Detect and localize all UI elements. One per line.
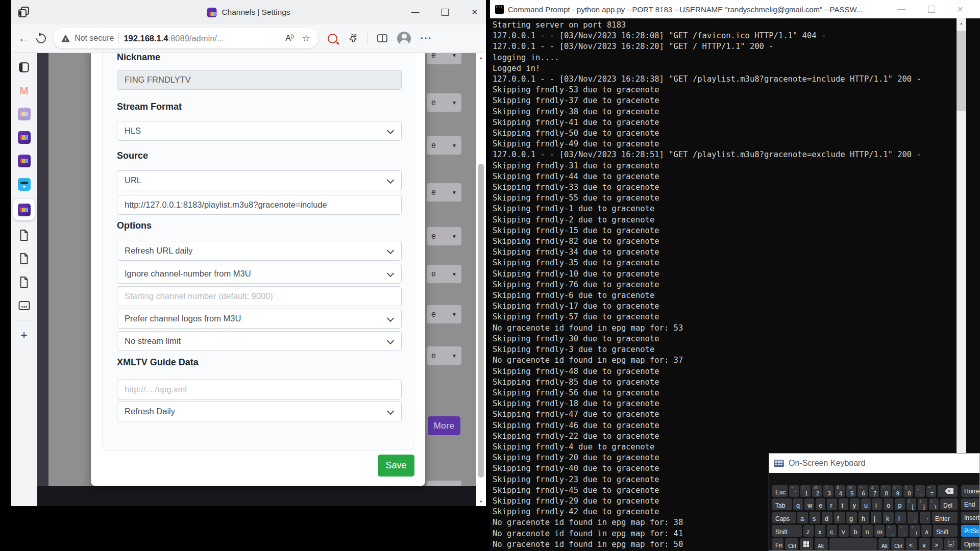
key-a[interactable]: a	[797, 512, 808, 523]
tab-gmail[interactable]: M	[14, 82, 34, 99]
key-'[interactable]: "'	[920, 512, 930, 523]
key-esc[interactable]: Esc	[772, 485, 788, 497]
key-s[interactable]: s	[810, 512, 820, 523]
refresh-url-select[interactable]: Refresh URL daily	[117, 241, 402, 261]
terminal-maximize-button[interactable]	[928, 6, 935, 13]
key-fn[interactable]: Fn	[772, 538, 783, 550]
key-`[interactable]: ~`	[789, 485, 799, 497]
tab-channels-dimmed[interactable]	[14, 105, 34, 123]
key-2[interactable]: @2	[812, 485, 822, 497]
key-tab[interactable]: Tab	[772, 498, 792, 510]
key-7[interactable]: &7	[869, 485, 879, 497]
minimize-button[interactable]: —	[411, 8, 419, 17]
save-button[interactable]: Save	[378, 455, 414, 477]
terminal-minimize-button[interactable]: —	[898, 5, 906, 14]
key-y[interactable]: y	[850, 498, 860, 510]
stream-limit-select[interactable]: No stream limit	[117, 331, 402, 351]
key-1[interactable]: !1	[800, 485, 810, 497]
key-m[interactable]: m	[874, 525, 885, 537]
key-v[interactable]: v	[839, 525, 849, 537]
page-scrollbar[interactable]: ▲ ▼	[476, 53, 486, 506]
browser-menu-icon[interactable]: ···	[421, 33, 432, 43]
tab-frndly[interactable]	[14, 176, 34, 193]
key-end[interactable]: End	[961, 498, 980, 510]
key-alt[interactable]: Alt	[878, 538, 890, 550]
channel-number-select[interactable]: Ignore channel-number from M3U	[117, 264, 402, 284]
key-d[interactable]: d	[822, 512, 832, 523]
key-0[interactable]: )0	[903, 485, 913, 497]
terminal-scroll-up-icon[interactable]: ▲	[957, 18, 966, 28]
nickname-input[interactable]	[117, 70, 402, 90]
key-h[interactable]: h	[859, 512, 869, 523]
tab-channels-2[interactable]	[14, 152, 34, 170]
key-i[interactable]: i	[872, 498, 882, 510]
key-p[interactable]: p	[895, 498, 904, 510]
key-e[interactable]: e	[816, 498, 825, 510]
key-menu[interactable]	[944, 538, 958, 550]
key-6[interactable]: ^6	[857, 485, 867, 497]
stream-format-select[interactable]: HLS	[117, 121, 402, 141]
back-button[interactable]: ←	[18, 32, 29, 44]
key-\[interactable]: |\	[929, 498, 939, 510]
refresh-button[interactable]	[34, 32, 48, 45]
key-shift[interactable]: Shift	[772, 525, 802, 537]
key-del[interactable]: Del	[940, 498, 958, 510]
scroll-up-icon[interactable]: ▲	[476, 53, 486, 62]
tab-channels-1[interactable]	[14, 129, 34, 146]
close-button[interactable]: ✕	[471, 8, 478, 17]
key-q[interactable]: q	[793, 498, 803, 510]
key-4[interactable]: $4	[835, 485, 845, 497]
key-c[interactable]: c	[827, 525, 837, 537]
key-win[interactable]	[800, 538, 813, 550]
maximize-button[interactable]	[442, 9, 449, 16]
key-3[interactable]: #3	[823, 485, 833, 497]
source-url-input[interactable]	[117, 195, 402, 215]
key-option[interactable]: Option	[961, 538, 980, 550]
key-,[interactable]: <,	[886, 525, 896, 537]
key-][interactable]: }]	[918, 498, 927, 510]
key-∧[interactable]: ∧	[921, 525, 932, 537]
key-enter[interactable]: Enter	[932, 512, 958, 523]
key-n[interactable]: n	[862, 525, 872, 537]
tab-actions-icon[interactable]	[17, 6, 30, 18]
terminal-scrollbar-thumb[interactable]	[957, 31, 966, 111]
scroll-down-icon[interactable]: ▼	[476, 497, 486, 506]
key-b[interactable]: b	[850, 525, 861, 537]
channel-logos-select[interactable]: Prefer channel logos from M3U	[117, 309, 402, 329]
key-5[interactable]: %5	[846, 485, 856, 497]
key-bksp[interactable]: ✕	[938, 485, 958, 497]
key-w[interactable]: w	[804, 498, 814, 510]
key-o[interactable]: o	[884, 498, 893, 510]
xmltv-refresh-select[interactable]: Refresh Daily	[117, 402, 402, 421]
key-9[interactable]: (9	[892, 485, 902, 497]
key-alt[interactable]: Alt	[815, 538, 828, 550]
tab-actions-icon[interactable]	[14, 58, 34, 76]
key-x[interactable]: x	[815, 525, 825, 537]
extensions-icon[interactable]	[347, 33, 357, 43]
read-aloud-icon[interactable]: A))	[285, 34, 294, 43]
active-tab[interactable]: Channels | Settings	[207, 0, 290, 24]
address-bar[interactable]: ! Not secure 192.168.1.4:8089/admin/... …	[53, 28, 318, 48]
key-l[interactable]: l	[895, 512, 906, 523]
key-r[interactable]: r	[827, 498, 837, 510]
search-extension-icon[interactable]	[328, 34, 337, 43]
more-button[interactable]: More	[428, 416, 460, 435]
key-ctrl[interactable]: Ctrl	[891, 538, 904, 550]
starting-channel-input[interactable]	[117, 286, 402, 306]
key-home[interactable]: Home	[961, 485, 980, 497]
new-tab-button[interactable]: +	[14, 326, 34, 344]
key-z[interactable]: z	[803, 525, 814, 537]
key-u[interactable]: u	[861, 498, 871, 510]
key-g[interactable]: g	[846, 512, 857, 523]
key-/[interactable]: ?/	[910, 525, 920, 537]
key-k[interactable]: k	[883, 512, 894, 523]
favorite-star-icon[interactable]: ☆	[302, 33, 310, 44]
key-∨[interactable]: ∨	[919, 538, 930, 550]
key-space[interactable]	[829, 538, 877, 550]
key-shift[interactable]: Shift	[933, 525, 958, 537]
profile-avatar[interactable]	[397, 32, 411, 45]
tab-doc-3[interactable]	[14, 273, 34, 291]
scrollbar-thumb[interactable]	[478, 164, 484, 478]
key-=[interactable]: +=	[926, 485, 936, 497]
tab-channels-active[interactable]	[13, 199, 35, 220]
